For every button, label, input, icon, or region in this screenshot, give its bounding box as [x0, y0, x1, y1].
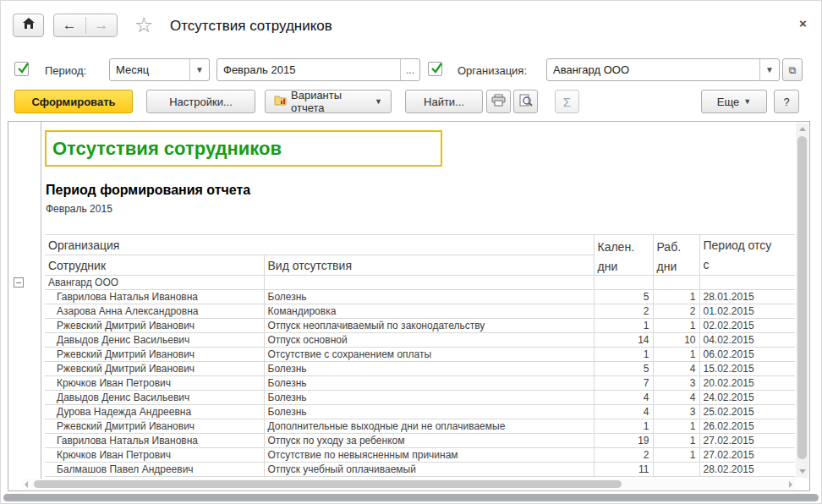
employee-cell[interactable]: Дурова Надежда Андреевна [45, 405, 264, 419]
column-header-employee[interactable]: Сотрудник [45, 255, 264, 276]
work-days-cell[interactable]: 2 [653, 304, 699, 319]
scroll-left-icon[interactable] [25, 481, 28, 488]
organization-select[interactable]: Авангард ООО ▼ [546, 58, 780, 81]
period-from-cell[interactable]: 27.02.2015 [699, 434, 795, 448]
table-row[interactable]: Гаврилова Наталья ИвановнаОтпуск по уход… [45, 434, 795, 448]
column-header-absence-kind[interactable]: Вид отсутствия [264, 255, 594, 276]
absence-kind-cell[interactable]: Болезнь [264, 290, 594, 304]
employee-cell[interactable]: Крючков Иван Петрович [45, 448, 264, 463]
period-from-cell[interactable]: 20.02.2015 [699, 376, 795, 391]
close-icon[interactable]: × [799, 16, 807, 30]
period-from-cell[interactable]: 15.02.2015 [699, 362, 795, 376]
table-row[interactable]: Давыдов Денис ВасильевичОтпуск основной1… [45, 333, 795, 348]
employee-cell[interactable]: Ржевский Дмитрий Иванович [45, 319, 264, 333]
calendar-days-cell[interactable]: 1 [594, 319, 653, 333]
work-days-cell[interactable]: 1 [653, 348, 699, 362]
table-row[interactable]: Давыдов Денис ВасильевичБолезнь4424.02.2… [45, 391, 795, 405]
work-days-cell[interactable]: 4 [653, 362, 699, 376]
work-days-cell[interactable]: 1 [653, 419, 699, 434]
scroll-down-icon[interactable] [799, 469, 806, 474]
period-from-cell[interactable]: 28.01.2015 [699, 290, 795, 304]
generate-button[interactable]: Сформировать [14, 90, 133, 113]
print-preview-button[interactable] [513, 90, 538, 113]
employee-cell[interactable]: Ржевский Дмитрий Иванович [45, 419, 264, 434]
calendar-days-cell[interactable]: 4 [594, 391, 653, 405]
period-from-cell[interactable]: 26.02.2015 [699, 419, 795, 434]
work-days-cell[interactable]: 1 [653, 448, 699, 463]
work-days-cell[interactable]: 1 [653, 434, 699, 448]
column-header-calendar-days[interactable]: Кален. [594, 235, 653, 255]
absence-kind-cell[interactable]: Болезнь [264, 362, 594, 376]
calendar-days-cell[interactable]: 5 [594, 362, 653, 376]
print-button[interactable] [486, 90, 511, 113]
employee-cell[interactable]: Давыдов Денис Васильевич [45, 391, 264, 405]
absence-kind-cell[interactable]: Отсутствие по невыясненным причинам [264, 448, 594, 463]
period-from-cell[interactable]: 28.02.2015 [699, 463, 795, 477]
organization-open-button[interactable]: ⧉ [782, 58, 803, 81]
absence-kind-cell[interactable]: Отпуск неоплачиваемый по законодательств… [264, 319, 594, 333]
calendar-days-cell[interactable]: 2 [594, 448, 653, 463]
calendar-days-cell[interactable]: 14 [594, 333, 653, 348]
employee-cell[interactable]: Балмашов Павел Андреевич [45, 463, 264, 477]
absence-kind-cell[interactable]: Отсутствие с сохранением оплаты [264, 348, 594, 362]
employee-cell[interactable]: Гаврилова Наталья Ивановна [45, 434, 264, 448]
absence-kind-cell[interactable]: Отпуск по уходу за ребенком [264, 434, 594, 448]
absence-kind-cell[interactable]: Болезнь [264, 391, 594, 405]
calendar-days-cell[interactable]: 5 [594, 290, 653, 304]
organization-checkbox[interactable] [428, 62, 442, 76]
period-from-cell[interactable]: 24.02.2015 [699, 391, 795, 405]
absence-kind-cell[interactable]: Дополнительные выходные дни не оплачивае… [264, 419, 594, 434]
employee-cell[interactable]: Азарова Анна Александровна [45, 304, 264, 319]
column-header-organization[interactable]: Организация [45, 235, 594, 255]
table-row[interactable]: Гаврилова Наталья ИвановнаБолезнь5128.01… [45, 290, 795, 304]
calendar-days-cell[interactable]: 7 [594, 376, 653, 391]
calendar-days-cell[interactable]: 1 [594, 348, 653, 362]
forward-button[interactable]: → [86, 17, 118, 34]
work-days-cell[interactable]: 1 [653, 290, 699, 304]
period-from-cell[interactable]: 06.02.2015 [699, 348, 795, 362]
column-header-absence-period[interactable]: Период отсу [699, 235, 795, 255]
scroll-up-icon[interactable] [799, 127, 806, 131]
table-row[interactable]: Крючков Иван ПетровичОтсутствие по невыя… [45, 448, 795, 463]
period-from-cell[interactable]: 25.02.2015 [699, 405, 795, 419]
employee-cell[interactable]: Давыдов Денис Васильевич [45, 333, 264, 348]
horizontal-scrollbar-thumb[interactable] [34, 480, 622, 488]
employee-cell[interactable]: Крючков Иван Петрович [45, 376, 264, 391]
table-row[interactable]: Ржевский Дмитрий ИвановичОтсутствие с со… [45, 348, 795, 362]
group-collapse-button[interactable]: – [14, 277, 24, 288]
vertical-scrollbar[interactable] [796, 123, 808, 478]
find-button[interactable]: Найти... [405, 90, 483, 113]
column-header-from[interactable]: с [699, 255, 795, 276]
period-from-cell[interactable]: 02.02.2015 [699, 319, 795, 333]
favorite-star-icon[interactable]: ☆ [134, 13, 153, 37]
period-from-cell[interactable]: 01.02.2015 [699, 304, 795, 319]
horizontal-scrollbar[interactable] [22, 479, 795, 490]
sum-button[interactable]: Σ [555, 90, 579, 113]
more-button[interactable]: Еще ▼ [701, 90, 767, 113]
calendar-days-cell[interactable]: 4 [594, 405, 653, 419]
employee-cell[interactable]: Ржевский Дмитрий Иванович [45, 362, 264, 376]
absence-kind-cell[interactable]: Болезнь [264, 405, 594, 419]
table-row[interactable]: Азарова Анна АлександровнаКомандировка22… [45, 304, 795, 319]
group-name-cell[interactable]: Авангард ООО [45, 276, 264, 290]
settings-button[interactable]: Настройки... [146, 90, 255, 113]
absence-kind-cell[interactable]: Болезнь [264, 376, 594, 391]
column-header-work-days-2[interactable]: дни [653, 255, 699, 276]
table-row[interactable]: Ржевский Дмитрий ИвановичДополнительные … [45, 419, 795, 434]
home-button[interactable] [13, 14, 44, 37]
group-row[interactable]: Авангард ООО [45, 276, 795, 290]
report-variants-button[interactable]: Варианты отчета ▼ [265, 90, 392, 113]
calendar-days-cell[interactable]: 19 [594, 434, 653, 448]
period-from-cell[interactable]: 27.02.2015 [699, 448, 795, 463]
table-row[interactable]: Балмашов Павел АндреевичОтпуск учебный о… [45, 463, 795, 477]
ellipsis-icon[interactable]: ... [400, 59, 419, 80]
calendar-days-cell[interactable]: 11 [594, 463, 653, 477]
employee-cell[interactable]: Ржевский Дмитрий Иванович [45, 348, 264, 362]
table-row[interactable]: Ржевский Дмитрий ИвановичБолезнь5415.02.… [45, 362, 795, 376]
absence-kind-cell[interactable]: Командировка [264, 304, 594, 319]
absence-kind-cell[interactable]: Отпуск основной [264, 333, 594, 348]
table-row[interactable]: Ржевский Дмитрий ИвановичОтпуск неоплачи… [45, 319, 795, 333]
work-days-cell[interactable] [653, 463, 699, 477]
period-kind-select[interactable]: Месяц ▼ [109, 58, 210, 81]
column-header-work-days[interactable]: Раб. [653, 235, 699, 255]
